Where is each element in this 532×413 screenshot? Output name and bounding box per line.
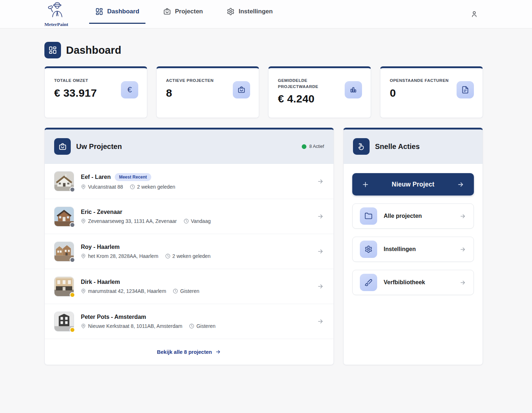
quick-actions-panel: Snelle Acties Nieuw Project Alle project… (343, 128, 483, 365)
active-projects-badge: 8 Actief (302, 144, 324, 149)
stat-label: OPENSTAANDE FACTUREN (390, 78, 452, 84)
action-alle-projecten[interactable]: Alle projecten (352, 203, 474, 229)
clock-icon (189, 324, 194, 329)
user-menu-button[interactable] (471, 10, 478, 18)
project-thumbnail (54, 242, 74, 262)
row-arrow-icon[interactable] (317, 213, 324, 220)
dashboard-grid-icon (48, 46, 57, 54)
tap-hand-icon (357, 142, 366, 151)
map-pin-icon (81, 184, 86, 189)
row-arrow-icon[interactable] (317, 248, 324, 255)
project-time: 2 weken geleden (173, 253, 211, 259)
map-pin-icon (81, 219, 86, 224)
view-all-projects-link[interactable]: Bekijk alle 8 projecten (157, 349, 221, 355)
project-row-eef-laren[interactable]: Eef - Laren Meest Recent Vulcanstraat 88… (45, 164, 333, 199)
stat-card-totale-omzet: TOTALE OMZET € 33.917 € (44, 66, 147, 118)
project-row-eric-zevenaar[interactable]: Eric - Zevenaar Zevenaarseweg 33, 1131 A… (45, 199, 333, 234)
project-address: het Krom 28, 2828AA, Haarlem (88, 253, 158, 259)
bar-chart-icon (349, 86, 357, 94)
stat-icon-tile (457, 81, 474, 98)
brand-logo[interactable]: MeterPaint (44, 1, 68, 27)
active-count-label: 8 Actief (309, 144, 324, 149)
arrow-right-icon (215, 349, 221, 355)
stat-card-gemiddelde-projectwaarde: GEMIDDELDE PROJECTWAARDE € 4.240 (268, 66, 371, 118)
project-time: Gisteren (196, 323, 215, 329)
project-address: Nieuwe Kerkstraat 8, 1011AB, Amsterdam (88, 323, 182, 329)
action-verfbibliotheek[interactable]: Verfbibliotheek (352, 270, 474, 295)
project-name: Eef - Laren (81, 174, 111, 180)
stat-label: TOTALE OMZET (54, 78, 116, 84)
project-row-roy-haarlem[interactable]: Roy - Haarlem het Krom 28, 2828AA, Haarl… (45, 234, 333, 269)
row-arrow-icon[interactable] (317, 318, 324, 325)
project-time: Vandaag (191, 218, 211, 224)
panel-icon-tile (353, 138, 370, 155)
project-name: Roy - Haarlem (81, 244, 120, 250)
action-icon-tile (360, 274, 377, 291)
nav-tab-instellingen[interactable]: Instellingen (221, 0, 279, 24)
project-time: 2 weken geleden (137, 184, 175, 190)
quick-actions-body: Nieuw Project Alle projecten Instellinge… (344, 164, 483, 304)
action-label: Alle projecten (384, 213, 422, 219)
project-thumbnail (54, 171, 74, 191)
action-label: Instellingen (384, 246, 416, 252)
gear-icon (227, 8, 235, 16)
project-address: Zevenaarseweg 33, 1131 AA, Zevenaar (88, 218, 177, 224)
stat-icon-tile: € (121, 81, 138, 98)
action-instellingen[interactable]: Instellingen (352, 237, 474, 262)
user-icon (471, 10, 478, 18)
projects-panel-title: Uw Projecten (76, 142, 122, 151)
gear-icon (365, 245, 372, 253)
nav-tab-label: Projecten (175, 8, 203, 15)
nav-tab-dashboard[interactable]: Dashboard (89, 0, 145, 24)
action-icon-tile (360, 207, 377, 225)
clock-icon (165, 254, 170, 259)
project-thumbnail (54, 277, 74, 296)
project-row-dirk-haarlem[interactable]: Dirk - Haarlem marumstraat 42, 1234AB, H… (45, 269, 333, 304)
stat-icon-tile (233, 81, 250, 98)
project-row-peter-pots-amsterdam[interactable]: Peter Pots - Amsterdam Nieuwe Kerkstraat… (45, 304, 333, 339)
briefcase-icon (237, 86, 245, 94)
row-arrow-icon[interactable] (317, 283, 324, 290)
project-status-dot (70, 327, 75, 333)
clock-icon (130, 184, 135, 189)
page-header: Dashboard (44, 42, 483, 58)
project-status-dot (70, 187, 75, 192)
map-pin-icon (81, 289, 86, 294)
nav-tab-projecten[interactable]: Projecten (157, 0, 209, 24)
map-pin-icon (81, 324, 86, 329)
stat-card-openstaande-facturen: OPENSTAANDE FACTUREN 0 (380, 66, 483, 118)
nieuw-project-button[interactable]: Nieuw Project (352, 173, 474, 195)
brand-name: MeterPaint (44, 22, 68, 27)
panel-icon-tile (54, 138, 71, 155)
briefcase-icon (58, 142, 67, 151)
project-thumbnail (54, 312, 74, 331)
page-title: Dashboard (66, 44, 121, 56)
arrow-right-icon (459, 279, 466, 286)
meest-recent-badge: Meest Recent (115, 173, 151, 181)
paintbrush-icon (365, 278, 372, 286)
stat-label: GEMIDDELDE PROJECTWAARDE (278, 78, 340, 89)
nieuw-project-label: Nieuw Project (369, 181, 457, 188)
project-address: Vulcanstraat 88 (88, 184, 123, 190)
project-thumbnail (54, 207, 74, 227)
stats-row: TOTALE OMZET € 33.917 € ACTIEVE PROJECTE… (44, 66, 483, 118)
view-all-projects-label: Bekijk alle 8 projecten (157, 349, 212, 355)
row-arrow-icon[interactable] (317, 178, 324, 185)
projects-panel-header: Uw Projecten 8 Actief (45, 129, 333, 164)
quick-actions-title: Snelle Acties (375, 142, 420, 151)
folder-icon (365, 212, 372, 220)
page-title-icon-tile (44, 42, 61, 58)
stat-label: ACTIEVE PROJECTEN (166, 78, 228, 84)
dashboard-grid-icon (95, 8, 103, 16)
stat-card-actieve-projecten: ACTIEVE PROJECTEN 8 (156, 66, 259, 118)
plus-icon (362, 181, 369, 188)
project-name: Dirk - Haarlem (81, 279, 120, 285)
project-name: Eric - Zevenaar (81, 209, 122, 215)
top-navigation-bar: MeterPaint Dashboard Projecten Instellin… (0, 0, 532, 28)
green-status-dot (302, 144, 306, 149)
clock-icon (184, 219, 189, 224)
briefcase-icon (163, 8, 171, 16)
quick-actions-header: Snelle Acties (344, 129, 483, 164)
nav-tab-label: Instellingen (239, 8, 272, 15)
project-address: marumstraat 42, 1234AB, Haarlem (88, 288, 166, 294)
